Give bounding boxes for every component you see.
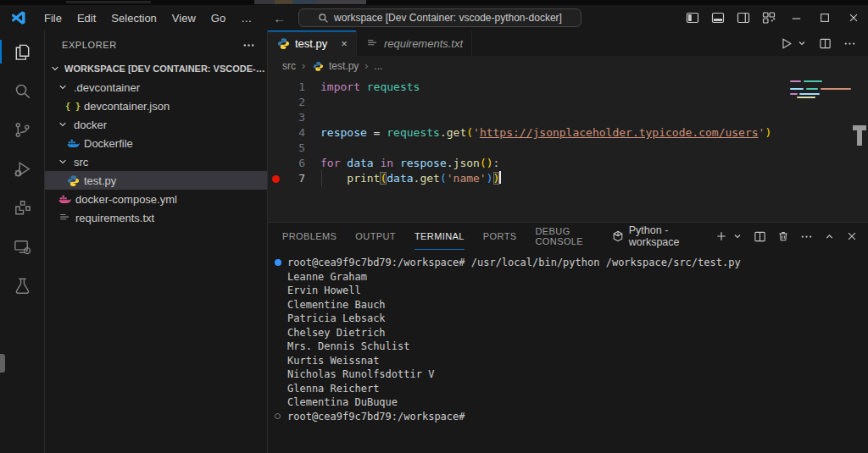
toggle-panel-icon[interactable] [705,5,731,30]
activity-item-remote-explorer[interactable] [0,227,44,266]
tree-item-label: src [74,156,88,168]
activity-item-extensions[interactable] [0,188,44,227]
breakpoint-icon[interactable] [272,175,280,183]
menu-selection[interactable]: Selection [103,8,164,28]
back-arrow-icon[interactable]: ← [273,11,286,25]
sidebar-header: EXPLORER [45,30,267,59]
menu-file[interactable]: File [36,8,70,28]
kill-terminal-button[interactable] [777,230,789,242]
panel-tab-ports[interactable]: PORTS [483,223,517,250]
tree-item-dockerfile[interactable]: Dockerfile [45,134,267,152]
python-terminal-icon [612,230,624,242]
run-dropdown[interactable] [797,38,807,48]
panel-tab-output[interactable]: OUTPUT [355,223,396,250]
menu-go[interactable]: Go [203,8,233,28]
panel-tab-problems[interactable]: PROBLEMS [282,223,337,250]
terminal-line: root@cea9f9c7bd79:/workspace# /usr/local… [273,256,868,270]
maximize-button[interactable] [810,5,839,30]
code-line-3[interactable]: 3 [268,110,868,125]
breadcrumb-label: ... [374,60,382,72]
line-number: 6 [283,156,305,171]
tab-requirements-txt[interactable]: requirements.txt [357,30,472,56]
panel-tab-terminal[interactable]: TERMINAL [415,223,465,250]
tree-item-docker-compose-yml[interactable]: docker-compose.yml [45,190,267,208]
close-window-button[interactable] [839,5,868,30]
tree-item-src[interactable]: src [45,152,267,171]
breadcrumb-label: test.py [329,60,359,72]
cutoff-remnant [254,0,366,4]
terminal-line: Leanne Graham [273,270,868,285]
menu-view[interactable]: View [164,8,203,28]
panel-tab-bar: PROBLEMSOUTPUTTERMINALPORTSDEBUG CONSOLE… [268,223,868,250]
minimap[interactable] [790,79,856,146]
command-center-search[interactable]: workspace [Dev Container: vscode-python-… [298,8,581,27]
tree-item-test-py[interactable]: test.py [45,171,267,190]
panel-actions: Python - workspace [612,224,858,248]
tree-item-label: requirements.txt [75,212,154,224]
terminal-text: Mrs. Dennis Schulist [287,340,410,354]
terminal-output[interactable]: root@cea9f9c7bd79:/workspace# /usr/local… [268,250,868,453]
line-number: 1 [283,80,305,95]
code-editor[interactable]: 1import requests234respose = requests.ge… [268,76,868,222]
terminal-profile-label: Python - workspace [629,224,701,248]
command-decoration-icon [273,413,287,419]
terminal-text: Clementina DuBuque [287,395,398,410]
vscode-window: FileEditSelectionViewGo… ← → workspace [… [0,0,868,453]
code-line-2[interactable]: 2 [268,95,868,110]
close-panel-button[interactable] [846,230,858,242]
scrollbar-marker[interactable] [853,125,866,146]
cutoff-remnant [66,1,151,3]
chevron-right-icon: › [302,60,305,72]
breadcrumb-item[interactable]: src [282,60,296,72]
tree-item-label: Dockerfile [84,137,133,150]
menu-edit[interactable]: Edit [70,8,103,28]
code-line-4[interactable]: 4respose = requests.get('https://jsonpla… [268,125,868,141]
terminal-text: Clementine Bauch [287,298,386,312]
new-terminal-button[interactable] [715,230,727,242]
workspace-section-header[interactable]: WORKSPACE [DEV CONTAINER: VSCODE-PYT... [45,59,267,78]
split-terminal-button[interactable] [754,230,766,243]
tree-item--devcontainer[interactable]: .devcontainer [45,78,267,97]
activity-item-source-control[interactable] [0,110,44,149]
code-line-6[interactable]: 6for data in respose.json(): [268,156,868,171]
terminal-line: Clementina DuBuque [273,395,868,410]
editor-more-actions-button[interactable] [843,37,856,50]
activity-item-testing[interactable] [0,266,44,305]
tree-item-requirements-txt[interactable]: requirements.txt [45,208,267,227]
activity-item-run-and-debug[interactable] [0,149,44,188]
activity-item-search[interactable] [0,71,44,110]
minimize-button[interactable] [782,5,810,30]
tree-item-devcontainer-json[interactable]: { }devcontainer.json [45,97,267,115]
chevron-down-icon [56,119,70,130]
run-python-file-button[interactable] [779,36,793,51]
tree-item-docker[interactable]: docker [45,115,267,134]
search-icon [318,13,329,24]
close-tab-icon[interactable]: × [341,38,348,49]
customize-layout-icon[interactable] [756,5,782,30]
tab-test-py[interactable]: test.py× [268,30,357,56]
toggle-secondary-sidebar-icon[interactable] [731,5,756,30]
code-text: import requests [305,80,420,95]
terminal-profile[interactable]: Python - workspace [612,224,701,248]
tree-item-label: docker-compose.yml [75,193,177,206]
terminal-profile-dropdown[interactable] [732,231,743,241]
breadcrumb-item[interactable]: ... [374,60,382,72]
maximize-panel-button[interactable] [824,231,835,242]
terminal-text: root@cea9f9c7bd79:/workspace# [287,410,465,424]
explorer-more-actions-button[interactable] [242,39,255,52]
code-line-5[interactable]: 5 [268,141,868,156]
toggle-primary-sidebar-icon[interactable] [680,5,705,30]
terminal-line: Glenna Reichert [273,382,868,396]
edge-grip[interactable] [0,354,5,373]
code-line-1[interactable]: 1import requests [268,80,868,95]
code-line-7[interactable]: 7 print(data.get('name')) [268,171,868,186]
command-decoration-icon [273,259,287,266]
breadcrumb[interactable]: src›test.py›... [268,56,868,76]
menu-more[interactable]: … [233,8,259,28]
split-editor-button[interactable] [819,37,832,50]
activity-item-explorer[interactable] [0,32,44,71]
panel-more-actions-button[interactable] [800,230,813,243]
breadcrumb-item[interactable]: test.py [311,59,359,73]
panel-tab-debug-console[interactable]: DEBUG CONSOLE [536,223,593,250]
tree-item-label: .devcontainer [74,81,140,94]
